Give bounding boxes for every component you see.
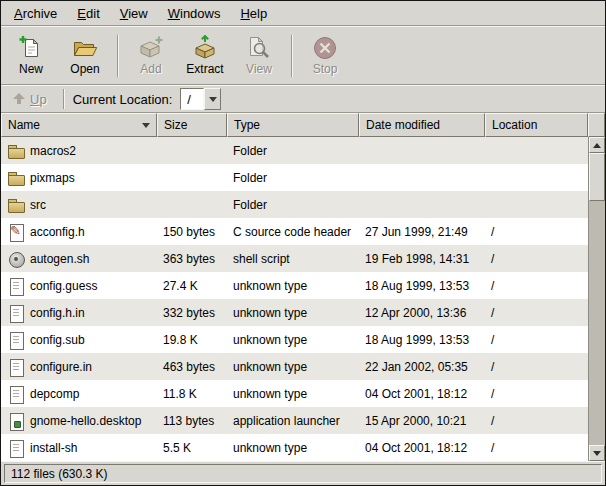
toolbar: NewOpenAddExtractViewStop [1,26,605,85]
cell-location: / [485,299,588,326]
cell-type: unknown type [227,353,359,380]
open-button[interactable]: Open [58,29,112,83]
cell-date-modified: 04 Oct 2001, 18:12 [359,380,485,407]
file-row[interactable]: gnome-hello.desktop113 bytesapplication … [1,407,588,434]
column-header-label: Name [8,118,40,132]
file-row[interactable]: depcomp11.8 Kunknown type04 Oct 2001, 18… [1,380,588,407]
down-triangle-icon [593,451,601,456]
column-header-location[interactable]: Location [485,113,588,137]
toolbar-button-label: Extract [186,62,223,76]
header-filler [588,113,605,137]
file-name: gnome-hello.desktop [30,414,141,428]
location-dropdown-button[interactable] [204,88,221,110]
scrollbar-thumb[interactable] [589,153,605,201]
stop-icon [312,35,338,61]
table-body: macros2FolderpixmapsFoldersrcFolderaccon… [1,137,605,461]
extract-icon [192,35,218,61]
column-header-type[interactable]: Type [227,113,359,137]
cell-size: 150 bytes [157,218,227,245]
cell-type: unknown type [227,326,359,353]
vertical-scrollbar[interactable] [588,137,605,461]
column-header-label: Location [492,118,537,132]
menu-view[interactable]: View [110,2,158,25]
cell-type: unknown type [227,434,359,461]
file-row[interactable]: config.sub19.8 Kunknown type18 Aug 1999,… [1,326,588,353]
scrollbar-trough[interactable] [589,201,605,445]
cell-name: install-sh [1,434,157,461]
file-row[interactable]: pixmapsFolder [1,164,588,191]
new-archive-icon [18,35,44,61]
menu-edit[interactable]: Edit [67,2,109,25]
cell-type: C source code header [227,218,359,245]
scroll-down-button[interactable] [589,445,605,461]
cell-type: shell script [227,245,359,272]
cell-type: application launcher [227,407,359,434]
new-button[interactable]: New [4,29,58,83]
cell-type: Folder [227,191,359,218]
file-row[interactable]: autogen.sh363 bytesshell script19 Feb 19… [1,245,588,272]
column-header-name[interactable]: Name [1,113,157,137]
cell-name: configure.in [1,353,157,380]
cell-location: / [485,407,588,434]
menu-archive[interactable]: Archive [4,2,67,25]
cell-size: 113 bytes [157,407,227,434]
archive-manager-window: ArchiveEditViewWindowsHelp NewOpenAddExt… [0,0,606,486]
extract-button[interactable]: Extract [178,29,232,83]
file-row[interactable]: srcFolder [1,191,588,218]
location-value[interactable]: / [180,88,204,110]
status-bar: 112 files (630.3 K) [1,461,605,485]
cell-name: config.h.in [1,299,157,326]
file-name: macros2 [30,144,76,158]
scroll-up-button[interactable] [589,137,605,153]
location-bar: Up Current Location: / [1,85,605,113]
cell-location: / [485,218,588,245]
file-name: depcomp [30,387,79,401]
file-row[interactable]: install-sh5.5 Kunknown type04 Oct 2001, … [1,434,588,461]
file-row[interactable]: configure.in463 bytesunknown type22 Jan … [1,353,588,380]
menu-bar: ArchiveEditViewWindowsHelp [1,1,605,26]
cell-name: src [1,191,157,218]
cell-size [157,191,227,218]
folder-icon [7,142,25,160]
file-row[interactable]: acconfig.h150 bytesC source code header2… [1,218,588,245]
menu-windows[interactable]: Windows [158,2,231,25]
cell-location: / [485,272,588,299]
status-box: 112 files (630.3 K) [4,464,602,483]
column-header-label: Size [164,118,187,132]
status-text: 112 files (630.3 K) [11,467,108,481]
cell-size: 27.4 K [157,272,227,299]
toolbar-button-label: View [246,62,272,76]
menu-help[interactable]: Help [230,2,277,25]
cell-location: / [485,326,588,353]
cell-date-modified: 22 Jan 2002, 05:35 [359,353,485,380]
file-row[interactable]: config.guess27.4 Kunknown type18 Aug 199… [1,272,588,299]
file-name: config.sub [30,333,85,347]
file-row[interactable]: config.h.in332 bytesunknown type12 Apr 2… [1,299,588,326]
cell-date-modified: 15 Apr 2000, 10:21 [359,407,485,434]
cell-date-modified: 18 Aug 1999, 13:53 [359,272,485,299]
cell-date-modified [359,137,485,164]
script-icon [7,250,25,268]
cell-name: config.sub [1,326,157,353]
document-icon [7,358,25,376]
toolbar-button-label: Open [70,62,99,76]
column-header-size[interactable]: Size [157,113,227,137]
cell-date-modified [359,191,485,218]
file-name: autogen.sh [30,252,89,266]
add-button: Add [124,29,178,83]
cell-date-modified: 27 Jun 1999, 21:49 [359,218,485,245]
document-icon [7,277,25,295]
cell-type: Folder [227,137,359,164]
up-button-label: Up [30,92,47,107]
document-icon [7,331,25,349]
column-header-date-modified[interactable]: Date modified [359,113,485,137]
cell-size [157,164,227,191]
location-combo[interactable]: / [180,88,221,110]
up-triangle-icon [593,143,601,148]
file-row[interactable]: macros2Folder [1,137,588,164]
add-files-icon [138,35,164,61]
cell-name: config.guess [1,272,157,299]
cell-location [485,164,588,191]
cell-size: 363 bytes [157,245,227,272]
cell-size: 11.8 K [157,380,227,407]
